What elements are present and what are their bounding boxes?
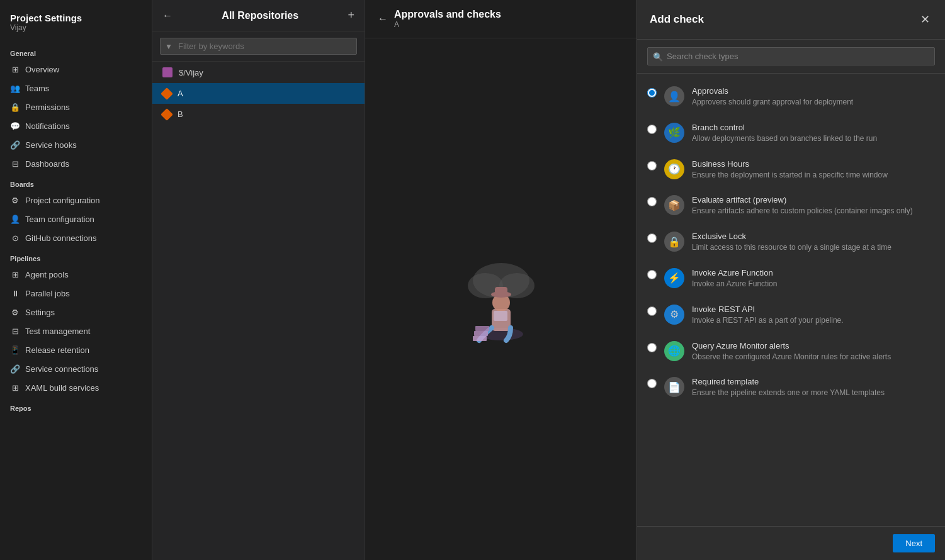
filter-input[interactable] (160, 38, 357, 55)
check-desc-query-azure-monitor: Observe the configured Azure Monitor rul… (692, 352, 935, 362)
check-radio-business-hours[interactable] (647, 161, 657, 171)
sidebar-label-agent-pools: Agent pools (25, 270, 69, 279)
retention-icon: 📱 (10, 345, 20, 355)
agent-icon: ⊞ (10, 269, 20, 279)
sidebar-item-notifications[interactable]: 💬 Notifications (0, 116, 152, 135)
check-radio-approvals[interactable] (647, 88, 657, 98)
repo-panel-title: All Repositories (222, 10, 298, 21)
check-item-query-azure-monitor[interactable]: 🌐Query Azure Monitor alertsObserve the c… (637, 333, 945, 370)
build-icon: ⊞ (10, 383, 20, 393)
link-icon: 🔗 (10, 140, 20, 150)
check-name-invoke-rest-api: Invoke REST API (692, 305, 935, 314)
sidebar-item-project-config[interactable]: ⚙ Project configuration (0, 191, 152, 210)
next-button[interactable]: Next (893, 534, 935, 552)
check-radio-required-template[interactable] (647, 379, 657, 388)
lock-icon: 🔒 (10, 102, 20, 112)
check-name-query-azure-monitor: Query Azure Monitor alerts (692, 341, 935, 350)
filter-bar: ▼ (152, 31, 365, 62)
check-desc-evaluate-artifact: Ensure artifacts adhere to custom polici… (692, 206, 935, 216)
sidebar-label-service-hooks: Service hooks (25, 140, 77, 150)
sidebar-label-service-connections: Service connections (25, 364, 98, 374)
check-item-approvals[interactable]: 👤ApprovalsApprovers should grant approva… (637, 79, 945, 115)
svg-rect-10 (474, 331, 488, 336)
repo-item-b[interactable]: B (152, 104, 365, 125)
sidebar-label-github: GitHub connections (25, 233, 96, 243)
check-radio-invoke-rest-api[interactable] (647, 306, 657, 316)
sidebar-label-team-config: Team configuration (25, 215, 94, 224)
sidebar-item-agent-pools[interactable]: ⊞ Agent pools (0, 265, 152, 284)
sidebar-header: Project Settings Vijay (0, 8, 152, 42)
section-general: General (0, 42, 152, 60)
sidebar-item-settings[interactable]: ⚙ Settings (0, 303, 152, 322)
check-name-business-hours: Business Hours (692, 159, 935, 169)
check-name-evaluate-artifact: Evaluate artifact (preview) (692, 195, 935, 204)
section-repos: Repos (0, 397, 152, 415)
empty-state (438, 243, 564, 356)
check-name-invoke-azure-function: Invoke Azure Function (692, 268, 935, 277)
section-pipelines: Pipelines (0, 247, 152, 265)
sidebar: Project Settings Vijay General ⊞ Overvie… (0, 0, 152, 560)
sidebar-item-service-hooks[interactable]: 🔗 Service hooks (0, 135, 152, 154)
search-bar: 🔍 (637, 40, 945, 74)
add-check-panel: Add check ✕ 🔍 👤ApprovalsApprovers should… (637, 0, 945, 560)
repo-label-a: A (178, 89, 183, 98)
sidebar-item-parallel-jobs[interactable]: ⏸ Parallel jobs (0, 284, 152, 303)
search-input[interactable] (647, 47, 935, 65)
sidebar-item-teams[interactable]: 👥 Teams (0, 79, 152, 98)
user-name: Vijay (10, 23, 142, 32)
check-desc-business-hours: Ensure the deployment is started in a sp… (692, 170, 935, 181)
sidebar-item-release-retention[interactable]: 📱 Release retention (0, 340, 152, 359)
sidebar-item-team-config[interactable]: 👤 Team configuration (0, 210, 152, 228)
sidebar-label-xaml: XAML build services (25, 383, 99, 393)
sidebar-item-github[interactable]: ⊙ GitHub connections (0, 228, 152, 247)
check-radio-branch-control[interactable] (647, 125, 657, 134)
check-icon-business-hours: 🕐 (664, 159, 684, 179)
table-icon: ⊟ (10, 159, 20, 169)
sidebar-item-test-management[interactable]: ⊟ Test management (0, 322, 152, 340)
check-list: 👤ApprovalsApprovers should grant approva… (637, 74, 945, 526)
chat-icon: 💬 (10, 121, 20, 131)
sidebar-item-xaml[interactable]: ⊞ XAML build services (0, 378, 152, 397)
main-back-button[interactable]: ← (378, 13, 388, 25)
repo-label-b: B (178, 109, 183, 119)
repo-group-vijay[interactable]: $/Vijay (152, 62, 365, 83)
main-panel: ← Approvals and checks A (365, 0, 637, 560)
repo-panel: ← All Repositories + ▼ $/Vijay A B (152, 0, 365, 560)
check-item-business-hours[interactable]: 🕐Business HoursEnsure the deployment is … (637, 152, 945, 188)
check-radio-invoke-azure-function[interactable] (647, 270, 657, 279)
check-item-required-template[interactable]: 📄Required templateEnsure the pipeline ex… (637, 369, 945, 406)
sidebar-item-dashboards[interactable]: ⊟ Dashboards (0, 154, 152, 173)
check-name-exclusive-lock: Exclusive Lock (692, 232, 935, 241)
app-title: Project Settings (10, 13, 142, 23)
check-desc-branch-control: Allow deployments based on branches link… (692, 133, 935, 144)
empty-illustration (438, 243, 564, 356)
sidebar-item-service-connections[interactable]: 🔗 Service connections (0, 359, 152, 378)
check-radio-query-azure-monitor[interactable] (647, 343, 657, 352)
repo-item-a[interactable]: A (152, 83, 365, 104)
sidebar-label-parallel-jobs: Parallel jobs (25, 289, 70, 298)
diamond-icon-a (161, 87, 173, 100)
close-button[interactable]: ✕ (918, 10, 932, 29)
check-item-invoke-azure-function[interactable]: ⚡Invoke Azure FunctionInvoke an Azure Fu… (637, 260, 945, 297)
panel-footer: Next (637, 526, 945, 560)
check-icon-approvals: 👤 (664, 86, 684, 106)
check-item-invoke-rest-api[interactable]: ⚙Invoke REST APIInvoke a REST API as a p… (637, 297, 945, 333)
filter-icon: ▼ (165, 42, 173, 51)
check-item-exclusive-lock[interactable]: 🔒Exclusive LockLimit access to this reso… (637, 224, 945, 260)
back-button[interactable]: ← (162, 10, 173, 21)
check-desc-approvals: Approvers should grant approval for depl… (692, 97, 935, 108)
check-item-evaluate-artifact[interactable]: 📦Evaluate artifact (preview)Ensure artif… (637, 188, 945, 224)
people-icon: 👥 (10, 83, 20, 93)
add-repo-button[interactable]: + (348, 9, 354, 22)
check-item-branch-control[interactable]: 🌿Branch controlAllow deployments based o… (637, 115, 945, 152)
gear-icon: ⚙ (10, 307, 20, 317)
sidebar-item-overview[interactable]: ⊞ Overview (0, 60, 152, 79)
sidebar-label-test-management: Test management (25, 327, 90, 336)
sidebar-label-teams: Teams (25, 84, 49, 93)
check-radio-evaluate-artifact[interactable] (647, 197, 657, 206)
sidebar-label-overview: Overview (25, 65, 59, 74)
sidebar-item-permissions[interactable]: 🔒 Permissions (0, 98, 152, 116)
svg-rect-9 (473, 336, 487, 341)
settings-icon: ⚙ (10, 195, 20, 205)
check-radio-exclusive-lock[interactable] (647, 233, 657, 243)
